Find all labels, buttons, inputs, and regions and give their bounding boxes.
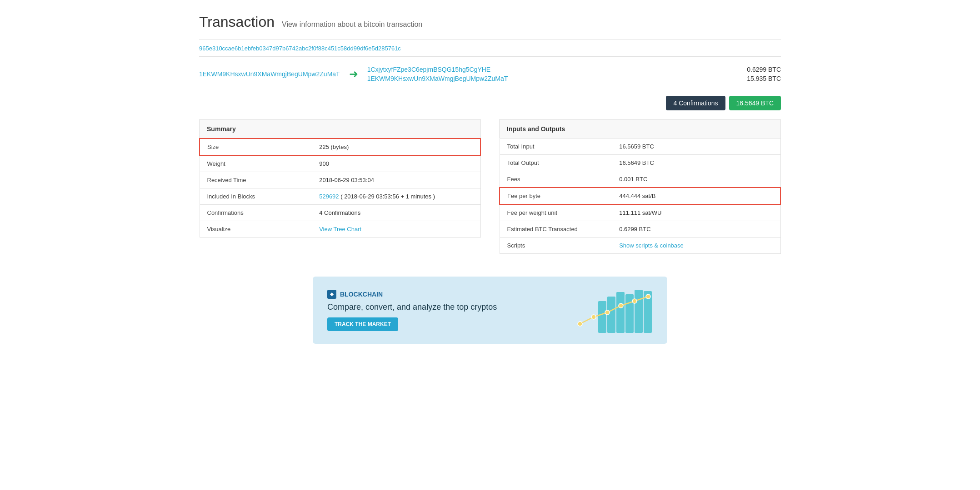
summary-row-size: Size 225 (bytes): [200, 139, 480, 155]
io-label-scripts: Scripts: [500, 238, 612, 254]
block-link[interactable]: 529692: [319, 193, 339, 200]
summary-row-visualize: Visualize View Tree Chart: [200, 221, 480, 238]
io-row-total-input: Total Input 16.5659 BTC: [500, 139, 780, 155]
summary-label-size: Size: [200, 139, 312, 155]
io-value-scripts: Show scripts & coinbase: [612, 238, 780, 254]
ad-tagline: Compare, convert, and analyze the top cr…: [327, 302, 553, 312]
io-label-estimated: Estimated BTC Transacted: [500, 221, 612, 238]
page-header: Transaction View information about a bit…: [199, 14, 781, 30]
io-value-total-input: 16.5659 BTC: [612, 139, 780, 155]
io-value-estimated: 0.6299 BTC: [612, 221, 780, 238]
tx-amount-2: 15.935 BTC: [747, 75, 781, 82]
page-subtitle: View information about a bitcoin transac…: [282, 20, 422, 29]
io-row-total-output: Total Output 16.5649 BTC: [500, 155, 780, 171]
io-section: Inputs and Outputs Total Input 16.5659 B…: [499, 119, 781, 254]
summary-label-confirmations: Confirmations: [200, 205, 312, 221]
tx-hash-bar: 965e310ccae6b1ebfeb0347d97b6742abc2f0f88…: [199, 40, 781, 57]
tx-from-link[interactable]: 1EKWM9KHsxwUn9XMaWmgjBegUMpw2ZuMaT: [199, 70, 340, 78]
summary-section: Summary Size 225 (bytes) Weight 900 Rece…: [199, 119, 481, 254]
svg-point-11: [646, 294, 650, 299]
blockchain-logo-icon: ◆: [327, 290, 336, 299]
tx-hash-link[interactable]: 965e310ccae6b1ebfeb0347d97b6742abc2f0f88…: [199, 45, 401, 52]
io-label-fee-per-wu: Fee per weight unit: [500, 204, 612, 221]
ad-chart: [562, 287, 653, 333]
svg-point-8: [605, 310, 610, 315]
io-row-fees: Fees 0.001 BTC: [500, 171, 780, 188]
tx-flow: 1EKWM9KHsxwUn9XMaWmgjBegUMpw2ZuMaT ➜ 1Cx…: [199, 66, 781, 82]
ad-banner: ◆ BLOCKCHAIN Compare, convert, and analy…: [313, 277, 667, 344]
block-date: ( 2018-06-29 03:53:56 + 1 minutes ): [340, 193, 435, 200]
summary-label-visualize: Visualize: [200, 221, 312, 238]
io-value-fees: 0.001 BTC: [612, 171, 780, 188]
summary-value-received: 2018-06-29 03:53:04: [312, 172, 480, 188]
content-grid: Summary Size 225 (bytes) Weight 900 Rece…: [199, 119, 781, 254]
summary-row-blocks: Included In Blocks 529692 ( 2018-06-29 0…: [200, 188, 480, 205]
arrow-icon: ➜: [349, 68, 358, 80]
ad-cta-button[interactable]: TRACK THE MARKET: [327, 317, 398, 331]
btc-badge: 16.5649 BTC: [729, 96, 781, 110]
tx-amounts: 0.6299 BTC 15.935 BTC: [747, 66, 781, 82]
summary-table: Size 225 (bytes) Weight 900 Received Tim…: [199, 138, 481, 238]
svg-rect-2: [616, 292, 625, 333]
svg-point-10: [632, 299, 637, 303]
tx-from: 1EKWM9KHsxwUn9XMaWmgjBegUMpw2ZuMaT: [199, 70, 340, 78]
io-value-fee-per-byte: 444.444 sat/B: [612, 188, 780, 204]
tx-to-link-1[interactable]: 1CxjytxyfFZpe3C6epjmBSQG15hg5CgYHE: [367, 66, 738, 73]
summary-label-received: Received Time: [200, 172, 312, 188]
io-label-total-output: Total Output: [500, 155, 612, 171]
show-scripts-link[interactable]: Show scripts & coinbase: [619, 242, 684, 249]
ad-content: ◆ BLOCKCHAIN Compare, convert, and analy…: [327, 290, 553, 331]
io-value-fee-per-wu: 111.111 sat/WU: [612, 204, 780, 221]
tx-to-link-2[interactable]: 1EKWM9KHsxwUn9XMaWmgjBegUMpw2ZuMaT: [367, 75, 738, 82]
summary-value-weight: 900: [312, 155, 480, 172]
tx-badges: 4 Confirmations 16.5649 BTC: [199, 96, 781, 110]
summary-title: Summary: [199, 119, 481, 138]
svg-point-6: [578, 322, 582, 326]
io-label-fee-per-byte: Fee per byte: [500, 188, 612, 204]
io-table: Total Input 16.5659 BTC Total Output 16.…: [499, 138, 781, 254]
io-label-fees: Fees: [500, 171, 612, 188]
ad-logo-text: BLOCKCHAIN: [340, 291, 383, 298]
summary-row-weight: Weight 900: [200, 155, 480, 172]
summary-value-blocks: 529692 ( 2018-06-29 03:53:56 + 1 minutes…: [312, 188, 480, 205]
io-row-estimated: Estimated BTC Transacted 0.6299 BTC: [500, 221, 780, 238]
summary-value-confirmations: 4 Confirmations: [312, 205, 480, 221]
io-row-fee-per-byte: Fee per byte 444.444 sat/B: [500, 188, 780, 204]
summary-label-blocks: Included In Blocks: [200, 188, 312, 205]
confirmations-badge: 4 Confirmations: [666, 96, 725, 110]
svg-point-9: [619, 303, 623, 308]
summary-row-received: Received Time 2018-06-29 03:53:04: [200, 172, 480, 188]
io-title: Inputs and Outputs: [499, 119, 781, 138]
svg-rect-0: [598, 301, 606, 333]
summary-value-size: 225 (bytes): [312, 139, 480, 155]
summary-value-visualize: View Tree Chart: [312, 221, 480, 238]
io-value-total-output: 16.5649 BTC: [612, 155, 780, 171]
summary-row-confirmations: Confirmations 4 Confirmations: [200, 205, 480, 221]
summary-label-weight: Weight: [200, 155, 312, 172]
tx-to-addresses: 1CxjytxyfFZpe3C6epjmBSQG15hg5CgYHE 1EKWM…: [367, 66, 738, 82]
svg-rect-4: [635, 290, 643, 333]
svg-point-7: [591, 315, 596, 319]
io-row-fee-per-wu: Fee per weight unit 111.111 sat/WU: [500, 204, 780, 221]
page-title: Transaction: [199, 14, 275, 30]
io-label-total-input: Total Input: [500, 139, 612, 155]
tx-amount-1: 0.6299 BTC: [747, 66, 781, 73]
tx-to-section: 1CxjytxyfFZpe3C6epjmBSQG15hg5CgYHE 1EKWM…: [367, 66, 738, 82]
ad-logo: ◆ BLOCKCHAIN: [327, 290, 553, 299]
view-tree-chart-link[interactable]: View Tree Chart: [319, 226, 361, 233]
io-row-scripts: Scripts Show scripts & coinbase: [500, 238, 780, 254]
